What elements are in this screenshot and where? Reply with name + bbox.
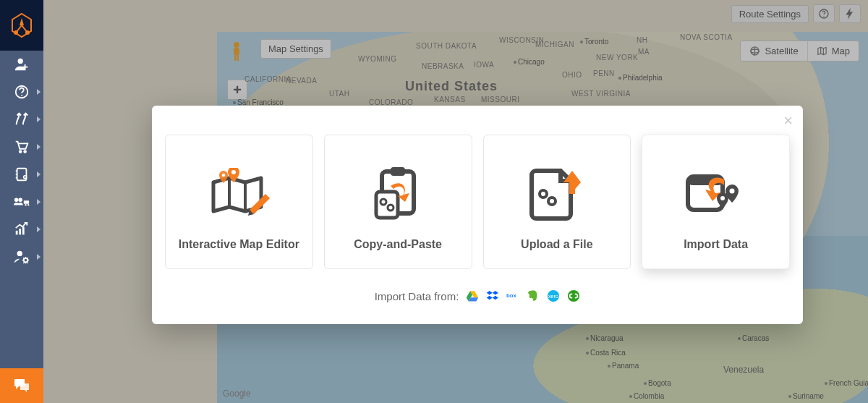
sidebar-item-orders[interactable] (0, 133, 43, 161)
svg-point-48 (720, 196, 725, 200)
svg-point-44 (548, 198, 556, 205)
svg-point-12 (24, 150, 26, 153)
svg-rect-21 (16, 231, 18, 235)
fleet-icon (13, 194, 30, 210)
sidebar-item-add-user[interactable] (0, 51, 43, 78)
svg-point-10 (21, 95, 22, 96)
logo-icon (9, 11, 34, 40)
chevron-right-icon (37, 254, 41, 260)
card-label: Upload a File (521, 238, 593, 251)
sidebar-item-analytics[interactable] (0, 216, 43, 243)
svg-text:box: box (506, 292, 517, 299)
sidebar-item-user-settings[interactable] (0, 243, 43, 271)
card-interactive-map-editor[interactable]: Interactive Map Editor (165, 135, 313, 269)
card-row: Interactive Map Editor Copy-and-Paste (152, 135, 803, 269)
sidebar-item-help[interactable] (0, 78, 43, 106)
chevron-right-icon (37, 116, 41, 122)
sidebar-item-addresses[interactable] (0, 161, 43, 188)
address-book-icon (14, 166, 30, 182)
svg-rect-40 (376, 192, 398, 218)
clipboard-icon (365, 164, 430, 222)
svg-point-24 (17, 251, 22, 256)
evernote-icon[interactable] (527, 289, 540, 302)
modal-close-button[interactable]: × (783, 113, 793, 129)
svg-point-36 (231, 170, 236, 174)
svg-point-20 (27, 204, 29, 205)
chat-button[interactable] (0, 368, 43, 403)
svg-point-11 (20, 150, 22, 153)
box-icon[interactable]: box (506, 289, 519, 302)
card-label: Interactive Map Editor (179, 238, 299, 251)
chevron-right-icon (37, 199, 41, 205)
sidebar-item-routes[interactable] (0, 106, 43, 133)
left-nav-rail (0, 0, 43, 403)
card-import-data[interactable]: Import Data (642, 135, 790, 269)
svg-point-19 (25, 204, 26, 205)
svg-point-43 (540, 190, 547, 198)
svg-text:xero: xero (548, 293, 558, 300)
svg-rect-22 (19, 229, 21, 234)
chevron-right-icon (37, 226, 41, 232)
xero-icon[interactable]: xero (547, 289, 560, 302)
user-gear-icon (14, 249, 30, 265)
import-from-label: Import Data from: (375, 290, 459, 302)
import-data-icon (684, 164, 749, 222)
google-drive-icon[interactable] (466, 289, 479, 302)
chevron-right-icon (37, 171, 41, 177)
svg-point-6 (18, 59, 23, 64)
chevron-right-icon (37, 144, 41, 150)
svg-point-16 (14, 198, 19, 202)
import-from-row: Import Data from: box xero (152, 289, 803, 302)
new-route-modal: × Interactive Map Edi (152, 106, 803, 324)
map-editor-icon (206, 164, 271, 222)
upload-file-icon (524, 164, 590, 222)
chart-up-icon (14, 221, 30, 237)
card-label: Copy-and-Paste (354, 238, 442, 251)
chevron-right-icon (37, 89, 41, 95)
add-user-icon (14, 56, 30, 72)
route-arrows-icon (14, 111, 30, 127)
main-area: Route Settings Map Settings + Satellite (43, 0, 868, 403)
svg-rect-8 (22, 67, 27, 68)
dropbox-icon[interactable] (486, 289, 499, 302)
svg-point-5 (25, 30, 30, 35)
svg-rect-23 (22, 226, 25, 234)
help-icon (14, 84, 30, 100)
app-logo (0, 0, 43, 51)
svg-rect-18 (24, 200, 29, 204)
svg-point-25 (24, 258, 28, 263)
chat-icon (13, 378, 30, 394)
card-upload-file[interactable]: Upload a File (483, 135, 631, 269)
svg-point-37 (222, 174, 226, 177)
quickbooks-icon[interactable] (567, 289, 580, 302)
cart-icon (14, 139, 30, 155)
svg-point-17 (18, 198, 22, 202)
svg-point-47 (729, 189, 734, 194)
svg-rect-39 (391, 167, 405, 176)
card-copy-and-paste[interactable]: Copy-and-Paste (324, 135, 472, 269)
svg-point-4 (14, 30, 18, 35)
sidebar-item-fleet[interactable] (0, 188, 43, 216)
svg-marker-1 (20, 18, 24, 25)
card-label: Import Data (684, 238, 748, 251)
svg-point-15 (24, 177, 25, 178)
